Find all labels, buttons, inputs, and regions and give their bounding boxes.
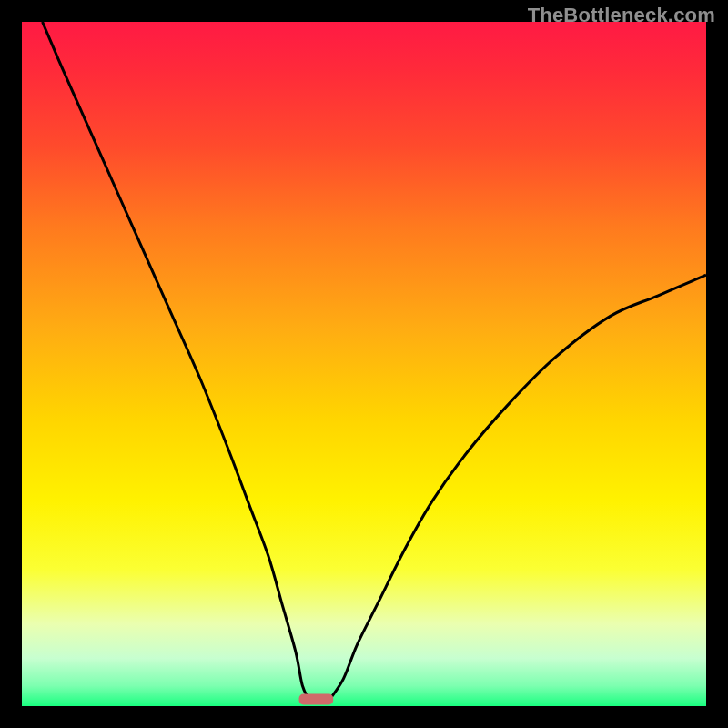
minimum-marker [299, 693, 334, 704]
chart-frame: TheBottleneck.com [0, 0, 728, 728]
plot-area [22, 22, 706, 706]
gradient-background [22, 22, 706, 706]
plot-svg [22, 22, 706, 706]
